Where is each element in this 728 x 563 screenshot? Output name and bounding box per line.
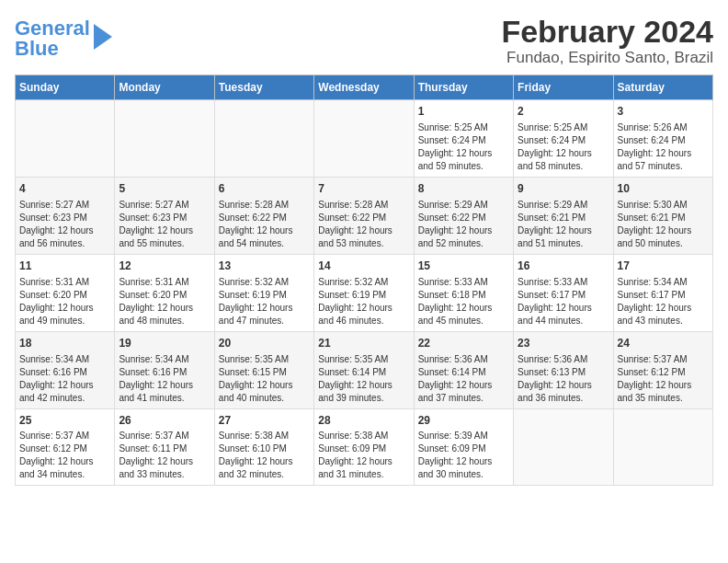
day-number: 15 [418, 259, 509, 274]
day-cell [613, 408, 712, 486]
day-number: 7 [318, 181, 409, 197]
day-cell: 8Sunrise: 5:29 AM Sunset: 6:22 PM Daylig… [414, 178, 513, 255]
day-cell: 7Sunrise: 5:28 AM Sunset: 6:22 PM Daylig… [314, 178, 414, 255]
day-number: 24 [618, 336, 709, 351]
day-info: Sunrise: 5:33 AM Sunset: 6:18 PM Dayligh… [418, 276, 509, 327]
week-row-2: 4Sunrise: 5:27 AM Sunset: 6:23 PM Daylig… [16, 178, 713, 255]
day-info: Sunrise: 5:28 AM Sunset: 6:22 PM Dayligh… [318, 199, 409, 250]
day-number: 28 [318, 413, 409, 429]
day-cell: 16Sunrise: 5:33 AM Sunset: 6:17 PM Dayli… [514, 254, 613, 331]
day-info: Sunrise: 5:25 AM Sunset: 6:24 PM Dayligh… [518, 121, 609, 173]
col-header-monday: Monday [115, 75, 214, 100]
day-cell: 29Sunrise: 5:39 AM Sunset: 6:09 PM Dayli… [414, 408, 513, 486]
day-info: Sunrise: 5:36 AM Sunset: 6:14 PM Dayligh… [418, 353, 509, 405]
day-number: 1 [418, 104, 509, 120]
day-cell: 20Sunrise: 5:35 AM Sunset: 6:15 PM Dayli… [214, 331, 313, 408]
day-info: Sunrise: 5:36 AM Sunset: 6:13 PM Dayligh… [518, 353, 609, 405]
calendar-body: 1Sunrise: 5:25 AM Sunset: 6:24 PM Daylig… [16, 100, 713, 486]
col-header-wednesday: Wednesday [314, 75, 414, 100]
day-number: 13 [219, 259, 310, 274]
day-number: 12 [119, 259, 210, 274]
day-number: 14 [318, 259, 409, 274]
day-info: Sunrise: 5:27 AM Sunset: 6:23 PM Dayligh… [19, 199, 110, 250]
day-info: Sunrise: 5:38 AM Sunset: 6:09 PM Dayligh… [318, 430, 409, 481]
day-cell [115, 100, 214, 178]
day-number: 29 [418, 413, 509, 429]
day-info: Sunrise: 5:31 AM Sunset: 6:20 PM Dayligh… [19, 276, 110, 327]
day-number: 2 [518, 104, 609, 120]
page-header: General Blue February 2024 Fundao, Espir… [15, 15, 713, 67]
title-block: February 2024 Fundao, Espirito Santo, Br… [501, 15, 713, 67]
day-info: Sunrise: 5:29 AM Sunset: 6:22 PM Dayligh… [418, 199, 509, 250]
day-cell: 22Sunrise: 5:36 AM Sunset: 6:14 PM Dayli… [414, 331, 513, 408]
day-info: Sunrise: 5:37 AM Sunset: 6:11 PM Dayligh… [119, 430, 210, 481]
day-cell: 13Sunrise: 5:32 AM Sunset: 6:19 PM Dayli… [214, 254, 313, 331]
day-info: Sunrise: 5:31 AM Sunset: 6:20 PM Dayligh… [119, 276, 210, 327]
day-info: Sunrise: 5:27 AM Sunset: 6:23 PM Dayligh… [119, 199, 210, 250]
day-info: Sunrise: 5:39 AM Sunset: 6:09 PM Dayligh… [418, 430, 509, 481]
day-info: Sunrise: 5:32 AM Sunset: 6:19 PM Dayligh… [318, 276, 409, 327]
day-info: Sunrise: 5:38 AM Sunset: 6:10 PM Dayligh… [219, 430, 310, 481]
col-header-saturday: Saturday [613, 75, 712, 100]
day-number: 11 [19, 259, 110, 274]
day-cell: 21Sunrise: 5:35 AM Sunset: 6:14 PM Dayli… [314, 331, 414, 408]
day-cell: 26Sunrise: 5:37 AM Sunset: 6:11 PM Dayli… [115, 408, 214, 486]
day-cell [314, 100, 414, 178]
day-number: 6 [219, 181, 310, 197]
page-title: February 2024 [501, 15, 713, 49]
col-header-tuesday: Tuesday [214, 75, 313, 100]
day-cell: 24Sunrise: 5:37 AM Sunset: 6:12 PM Dayli… [613, 331, 712, 408]
day-number: 22 [418, 336, 509, 351]
day-info: Sunrise: 5:35 AM Sunset: 6:14 PM Dayligh… [318, 353, 409, 405]
day-number: 3 [618, 104, 709, 120]
day-number: 9 [518, 181, 609, 197]
day-cell: 23Sunrise: 5:36 AM Sunset: 6:13 PM Dayli… [514, 331, 613, 408]
day-cell: 25Sunrise: 5:37 AM Sunset: 6:12 PM Dayli… [16, 408, 115, 486]
day-info: Sunrise: 5:25 AM Sunset: 6:24 PM Dayligh… [418, 121, 509, 173]
day-cell: 1Sunrise: 5:25 AM Sunset: 6:24 PM Daylig… [414, 100, 513, 178]
day-number: 27 [219, 413, 310, 429]
day-cell: 19Sunrise: 5:34 AM Sunset: 6:16 PM Dayli… [115, 331, 214, 408]
week-row-5: 25Sunrise: 5:37 AM Sunset: 6:12 PM Dayli… [16, 408, 713, 486]
col-header-thursday: Thursday [414, 75, 513, 100]
day-cell: 15Sunrise: 5:33 AM Sunset: 6:18 PM Dayli… [414, 254, 513, 331]
day-number: 18 [19, 336, 110, 351]
day-cell [214, 100, 313, 178]
day-number: 25 [19, 413, 110, 429]
calendar-table: SundayMondayTuesdayWednesdayThursdayFrid… [15, 75, 713, 486]
day-number: 20 [219, 336, 310, 351]
day-number: 17 [618, 259, 709, 274]
col-header-friday: Friday [514, 75, 613, 100]
day-number: 19 [119, 336, 210, 351]
logo-arrow-icon [94, 24, 112, 50]
page-subtitle: Fundao, Espirito Santo, Brazil [501, 49, 713, 67]
logo-blue: Blue [15, 37, 59, 60]
day-info: Sunrise: 5:34 AM Sunset: 6:16 PM Dayligh… [19, 353, 110, 405]
day-number: 21 [318, 336, 409, 351]
day-info: Sunrise: 5:34 AM Sunset: 6:16 PM Dayligh… [119, 353, 210, 405]
calendar-header-row: SundayMondayTuesdayWednesdayThursdayFrid… [16, 75, 713, 100]
day-cell: 27Sunrise: 5:38 AM Sunset: 6:10 PM Dayli… [214, 408, 313, 486]
day-cell: 5Sunrise: 5:27 AM Sunset: 6:23 PM Daylig… [115, 178, 214, 255]
day-cell: 3Sunrise: 5:26 AM Sunset: 6:24 PM Daylig… [613, 100, 712, 178]
day-info: Sunrise: 5:30 AM Sunset: 6:21 PM Dayligh… [618, 199, 709, 250]
day-cell: 10Sunrise: 5:30 AM Sunset: 6:21 PM Dayli… [613, 178, 712, 255]
week-row-3: 11Sunrise: 5:31 AM Sunset: 6:20 PM Dayli… [16, 254, 713, 331]
day-cell: 12Sunrise: 5:31 AM Sunset: 6:20 PM Dayli… [115, 254, 214, 331]
day-cell: 9Sunrise: 5:29 AM Sunset: 6:21 PM Daylig… [514, 178, 613, 255]
logo: General Blue [15, 18, 112, 59]
day-number: 10 [618, 181, 709, 197]
day-info: Sunrise: 5:28 AM Sunset: 6:22 PM Dayligh… [219, 199, 310, 250]
day-info: Sunrise: 5:37 AM Sunset: 6:12 PM Dayligh… [19, 430, 110, 481]
day-cell: 4Sunrise: 5:27 AM Sunset: 6:23 PM Daylig… [16, 178, 115, 255]
week-row-1: 1Sunrise: 5:25 AM Sunset: 6:24 PM Daylig… [16, 100, 713, 178]
day-cell: 17Sunrise: 5:34 AM Sunset: 6:17 PM Dayli… [613, 254, 712, 331]
day-info: Sunrise: 5:26 AM Sunset: 6:24 PM Dayligh… [618, 121, 709, 173]
day-info: Sunrise: 5:33 AM Sunset: 6:17 PM Dayligh… [518, 276, 609, 327]
col-header-sunday: Sunday [16, 75, 115, 100]
day-info: Sunrise: 5:35 AM Sunset: 6:15 PM Dayligh… [219, 353, 310, 405]
day-cell: 2Sunrise: 5:25 AM Sunset: 6:24 PM Daylig… [514, 100, 613, 178]
day-number: 5 [119, 181, 210, 197]
day-cell: 14Sunrise: 5:32 AM Sunset: 6:19 PM Dayli… [314, 254, 414, 331]
day-cell [16, 100, 115, 178]
